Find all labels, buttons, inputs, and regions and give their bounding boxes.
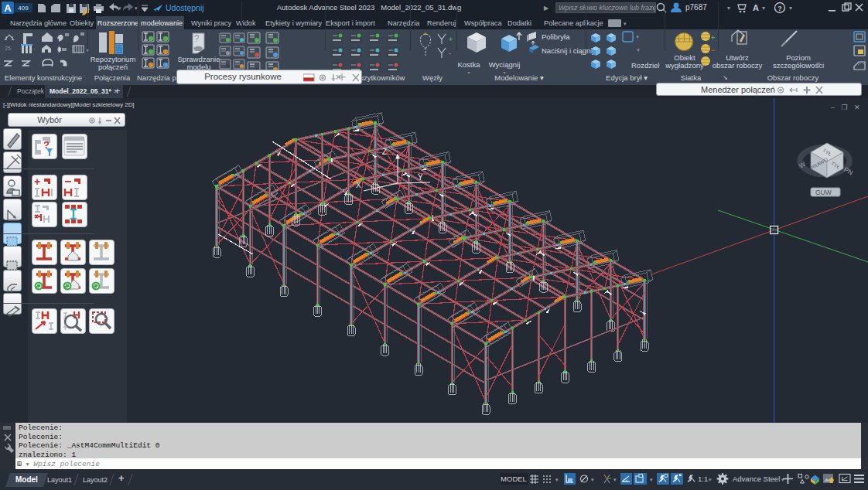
- svg-text:▾: ▾: [503, 70, 505, 75]
- svg-text:?: ?: [194, 33, 200, 44]
- svg-text:▾: ▾: [637, 47, 640, 53]
- svg-text:GUW: GUW: [815, 189, 832, 196]
- svg-text:A: A: [4, 2, 12, 14]
- svg-text:Naciśnij i ciągnij: Naciśnij i ciągnij: [542, 46, 594, 55]
- svg-text:+: +: [449, 36, 453, 43]
- svg-text:Advance Steel: Advance Steel: [733, 475, 780, 483]
- svg-text:▾: ▾: [86, 48, 88, 53]
- svg-text:Udostępnij: Udostępnij: [166, 3, 204, 12]
- svg-text:▾: ▾: [555, 477, 559, 482]
- svg-text:▾: ▾: [789, 5, 792, 12]
- svg-text:▾: ▾: [118, 5, 121, 11]
- svg-text:A: A: [753, 3, 759, 12]
- svg-text:▾: ▾: [636, 34, 639, 39]
- svg-text:-: -: [449, 49, 451, 57]
- svg-text:Wyciągnij: Wyciągnij: [489, 60, 521, 69]
- svg-text:+: +: [711, 34, 715, 42]
- svg-text:▾: ▾: [657, 63, 660, 68]
- svg-text:▾: ▾: [650, 477, 653, 482]
- svg-text:▾: ▾: [709, 477, 712, 482]
- svg-text:Kostka: Kostka: [457, 60, 480, 69]
- svg-text:Rozdziel: Rozdziel: [631, 61, 659, 70]
- svg-text:▾: ▾: [762, 5, 765, 12]
- svg-text:Y: Y: [418, 173, 423, 182]
- svg-text:X: X: [356, 181, 361, 189]
- svg-text:Z: Z: [382, 148, 387, 156]
- svg-text:▾: ▾: [613, 477, 617, 482]
- svg-text:p7687: p7687: [685, 3, 707, 12]
- svg-text:25.: 25.: [5, 46, 12, 51]
- svg-text:▾: ▾: [781, 477, 784, 482]
- svg-text:1:1: 1:1: [698, 475, 708, 483]
- svg-text:▾: ▾: [727, 5, 730, 12]
- svg-text:Polibryła: Polibryła: [542, 32, 570, 41]
- svg-text:▾: ▾: [467, 70, 470, 75]
- svg-text:▾: ▾: [591, 477, 594, 482]
- svg-text:−: −: [711, 46, 715, 54]
- svg-text:▾: ▾: [818, 61, 820, 66]
- svg-text:409: 409: [18, 5, 29, 12]
- svg-text:MODEL: MODEL: [501, 475, 527, 483]
- svg-text:?: ?: [777, 5, 782, 12]
